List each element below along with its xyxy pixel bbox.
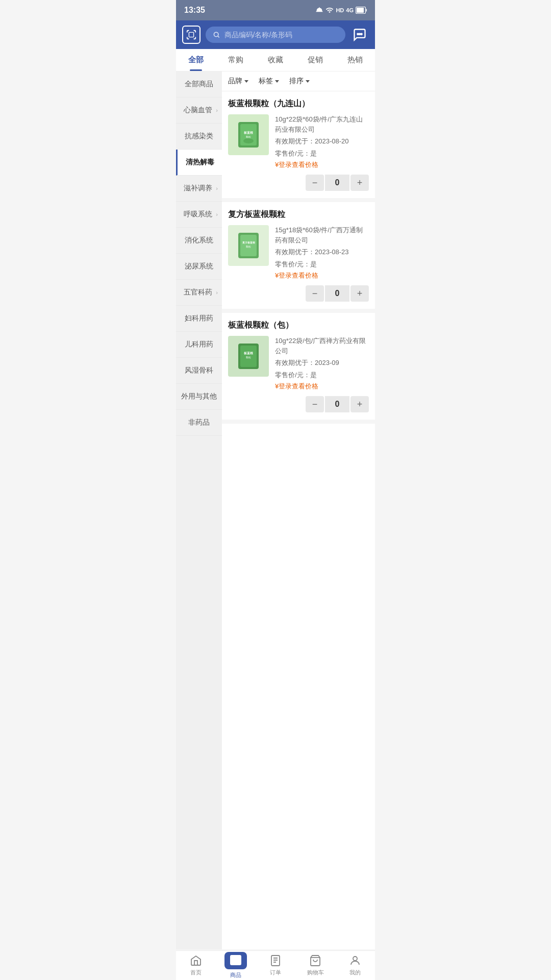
product-price-3[interactable]: ¥登录查看价格	[275, 382, 369, 391]
product-expiry-2: 有效期优于：2023-08-23	[275, 247, 369, 257]
header	[176, 20, 375, 49]
product-info-1: 10g*22袋*60袋/件/广东九连山药业有限公司 有效期优于：2023-08-…	[275, 114, 369, 169]
product-info-3: 10g*22袋/包/广西禅方药业有限公司 有效期优于：2023-09 零售价/元…	[275, 336, 369, 391]
message-button[interactable]	[350, 26, 369, 44]
sidebar-item-gynecology[interactable]: 妇科用药	[176, 306, 222, 332]
product-image-1: 板蓝根 颗粒	[228, 114, 269, 155]
qty-control-1: − 0 +	[228, 175, 369, 191]
tab-promotion[interactable]: 促销	[295, 49, 335, 71]
sidebar: 全部商品 心脑血管 › 抗感染类 清热解毒 滋补调养 › 呼吸系统 › 消化系统…	[176, 71, 222, 949]
svg-point-5	[359, 34, 360, 35]
tab-hot[interactable]: 热销	[335, 49, 375, 71]
product-expiry-3: 有效期优于：2023-09	[275, 358, 369, 368]
product-retail-3: 零售价/元：是	[275, 370, 369, 380]
product-retail-2: 零售价/元：是	[275, 259, 369, 270]
product-list: 品牌 标签 排序 板蓝根颗粒（九连山） 板蓝根	[222, 71, 375, 949]
product-spec-3: 10g*22袋/包/广西禅方药业有限公司	[275, 336, 369, 356]
status-bar: 13:35 HD 4G	[176, 0, 375, 20]
sidebar-item-ent[interactable]: 五官科药 ›	[176, 280, 222, 306]
main-content: 全部商品 心脑血管 › 抗感染类 清热解毒 滋补调养 › 呼吸系统 › 消化系统…	[176, 71, 375, 949]
scan-button[interactable]	[182, 26, 201, 44]
qty-increase-2[interactable]: +	[350, 285, 369, 302]
qty-decrease-3[interactable]: −	[306, 396, 324, 412]
qty-increase-3[interactable]: +	[350, 396, 369, 412]
qty-decrease-2[interactable]: −	[306, 285, 324, 302]
svg-text:颗粒: 颗粒	[246, 245, 251, 248]
tab-all[interactable]: 全部	[176, 49, 216, 71]
product-price-1[interactable]: ¥登录查看价格	[275, 160, 369, 169]
tab-favorites[interactable]: 收藏	[256, 49, 295, 71]
product-item-1: 板蓝根颗粒（九连山） 板蓝根 颗粒 10g*22袋*60袋/件/广东九连山药业有…	[222, 91, 375, 202]
qty-display-3: 0	[325, 396, 349, 412]
filter-tag[interactable]: 标签	[259, 77, 279, 86]
sidebar-item-rheumatology[interactable]: 风湿骨科	[176, 358, 222, 384]
status-time: 13:35	[184, 6, 205, 15]
product-image-3: 板蓝根 颗粒	[228, 336, 269, 377]
search-input[interactable]	[224, 31, 338, 39]
product-image-2: 复方板蓝根 颗粒	[228, 225, 269, 266]
svg-point-4	[357, 34, 358, 35]
svg-text:颗粒: 颗粒	[246, 135, 251, 138]
product-body-2: 复方板蓝根 颗粒 15g*18袋*60袋/件/广西万通制药有限公司 有效期优于：…	[228, 225, 369, 280]
status-icons: HD 4G	[315, 6, 367, 14]
filter-sort[interactable]: 排序	[289, 77, 310, 86]
filter-bar: 品牌 标签 排序	[222, 71, 375, 91]
sidebar-item-antiinfect[interactable]: 抗感染类	[176, 124, 222, 150]
qty-control-3: − 0 +	[228, 396, 369, 412]
product-body-1: 板蓝根 颗粒 10g*22袋*60袋/件/广东九连山药业有限公司 有效期优于：2…	[228, 114, 369, 169]
sidebar-item-cardio[interactable]: 心脑血管 ›	[176, 97, 222, 124]
product-expiry-1: 有效期优于：2023-08-20	[275, 136, 369, 146]
svg-text:颗粒: 颗粒	[246, 356, 251, 359]
qty-decrease-1[interactable]: −	[306, 175, 324, 191]
sidebar-item-pediatrics[interactable]: 儿科用药	[176, 332, 222, 358]
sidebar-item-nondrug[interactable]: 非药品	[176, 410, 222, 436]
product-item-2: 复方板蓝根颗粒 复方板蓝根 颗粒 15g*18袋*60袋/件/广西万通制药有限公…	[222, 202, 375, 313]
filter-brand[interactable]: 品牌	[228, 77, 248, 86]
product-info-2: 15g*18袋*60袋/件/广西万通制药有限公司 有效期优于：2023-08-2…	[275, 225, 369, 280]
qty-display-2: 0	[325, 285, 349, 302]
svg-text:复方板蓝根: 复方板蓝根	[242, 241, 256, 244]
svg-text:板蓝根: 板蓝根	[243, 351, 254, 355]
qty-increase-1[interactable]: +	[350, 175, 369, 191]
svg-rect-2	[189, 32, 193, 37]
product-title-3: 板蓝根颗粒（包）	[228, 320, 369, 331]
svg-rect-1	[357, 8, 364, 13]
sidebar-item-external[interactable]: 外用与其他	[176, 384, 222, 410]
sidebar-item-urinary[interactable]: 泌尿系统	[176, 254, 222, 280]
product-spec-2: 15g*18袋*60袋/件/广西万通制药有限公司	[275, 225, 369, 245]
sidebar-item-clearheating[interactable]: 清热解毒	[176, 150, 222, 176]
sort-dropdown-icon	[306, 80, 310, 83]
svg-point-11	[243, 138, 254, 143]
svg-text:板蓝根: 板蓝根	[243, 131, 254, 134]
qty-control-2: − 0 +	[228, 285, 369, 302]
tab-bar: 全部 常购 收藏 促销 热销	[176, 49, 375, 71]
qty-display-1: 0	[325, 175, 349, 191]
product-retail-1: 零售价/元：是	[275, 149, 369, 159]
svg-point-6	[361, 34, 362, 35]
brand-dropdown-icon	[244, 80, 248, 83]
product-body-3: 板蓝根 颗粒 10g*22袋/包/广西禅方药业有限公司 有效期优于：2023-0…	[228, 336, 369, 391]
product-spec-1: 10g*22袋*60袋/件/广东九连山药业有限公司	[275, 114, 369, 134]
sidebar-item-digestive[interactable]: 消化系统	[176, 228, 222, 254]
tag-dropdown-icon	[275, 80, 279, 83]
sidebar-item-nutrition[interactable]: 滋补调养 ›	[176, 176, 222, 202]
svg-point-3	[214, 32, 218, 36]
product-item-3: 板蓝根颗粒（包） 板蓝根 颗粒 10g*22袋/包/广西禅方药业有限公司 有效期…	[222, 313, 375, 424]
product-price-2[interactable]: ¥登录查看价格	[275, 271, 369, 280]
search-bar[interactable]	[206, 27, 345, 43]
sidebar-item-all[interactable]: 全部商品	[176, 71, 222, 97]
product-title-1: 板蓝根颗粒（九连山）	[228, 99, 369, 109]
product-title-2: 复方板蓝根颗粒	[228, 209, 369, 220]
sidebar-item-respiratory[interactable]: 呼吸系统 ›	[176, 202, 222, 228]
tab-frequent[interactable]: 常购	[216, 49, 256, 71]
